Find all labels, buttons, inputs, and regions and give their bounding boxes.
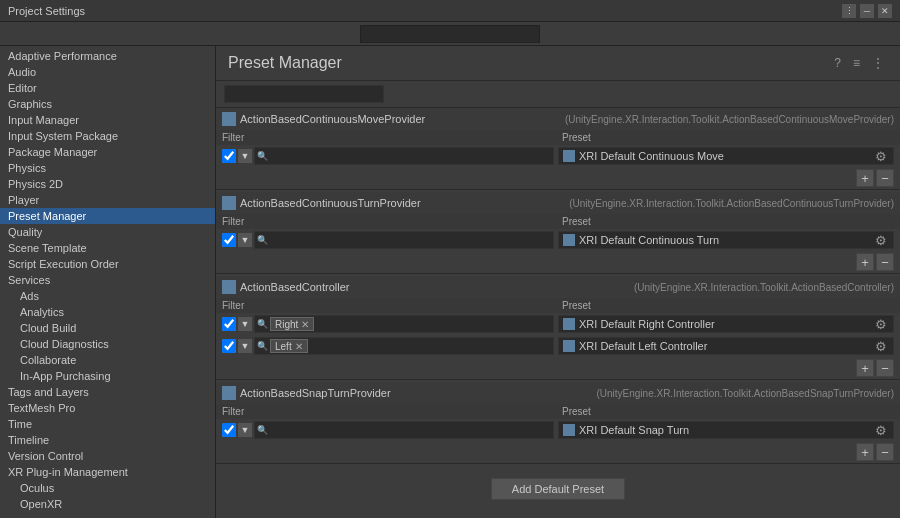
add-row-btn-p3[interactable]: +: [856, 359, 874, 377]
preset-label-header-p2: Preset: [562, 216, 894, 227]
help-icon-btn[interactable]: ?: [830, 54, 845, 72]
preset-gear-btn-p4-0[interactable]: ⚙: [873, 423, 889, 438]
filter-input-p3-1[interactable]: [310, 340, 551, 352]
preset-value-p1-0: XRI Default Continuous Move: [579, 150, 869, 162]
add-row-btn-p4[interactable]: +: [856, 443, 874, 461]
add-default-preset-button[interactable]: Add Default Preset: [491, 478, 625, 500]
sidebar-item-adaptive-performance[interactable]: Adaptive Performance: [0, 48, 215, 64]
filter-input-p2-0[interactable]: [270, 234, 551, 246]
sidebar-item-physics-2d[interactable]: Physics 2D: [0, 176, 215, 192]
sidebar-item-player[interactable]: Player: [0, 192, 215, 208]
provider-fqn-p1: (UnityEngine.XR.Interaction.Toolkit.Acti…: [565, 114, 894, 125]
row-checkbox-p3-1[interactable]: [222, 339, 236, 353]
row-toggle-p3-0[interactable]: ▼: [238, 317, 252, 331]
sidebar-item-textmesh-pro[interactable]: TextMesh Pro: [0, 400, 215, 416]
provider-row-p4-0: ▼🔍XRI Default Snap Turn⚙: [216, 419, 900, 441]
sidebar-item-scene-template[interactable]: Scene Template: [0, 240, 215, 256]
sidebar-item-editor[interactable]: Editor: [0, 80, 215, 96]
row-checkbox-p4-0[interactable]: [222, 423, 236, 437]
sidebar-item-input-system-package[interactable]: Input System Package: [0, 128, 215, 144]
sidebar-item-physics[interactable]: Physics: [0, 160, 215, 176]
filter-wrap-p3-1: 🔍Left✕: [254, 337, 554, 355]
filter-tag-remove-p3-0-0[interactable]: ✕: [301, 319, 309, 330]
preset-value-p4-0: XRI Default Snap Turn: [579, 424, 869, 436]
preset-gear-btn-p3-1[interactable]: ⚙: [873, 339, 889, 354]
sidebar-item-version-control[interactable]: Version Control: [0, 448, 215, 464]
preset-gear-btn-p3-0[interactable]: ⚙: [873, 317, 889, 332]
sidebar-item-package-manager[interactable]: Package Manager: [0, 144, 215, 160]
top-search-input[interactable]: [360, 25, 540, 43]
provider-header-p2: ActionBasedContinuousTurnProvider(UnityE…: [216, 192, 900, 214]
filter-label-p2: Filter: [222, 216, 562, 227]
preset-gear-btn-p2-0[interactable]: ⚙: [873, 233, 889, 248]
row-toggle-p1-0[interactable]: ▼: [238, 149, 252, 163]
row-checkbox-p2-0[interactable]: [222, 233, 236, 247]
filter-tag-p3-1-0: Left✕: [270, 339, 308, 353]
sidebar-item-cloud-diagnostics[interactable]: Cloud Diagnostics: [0, 336, 215, 352]
provider-name-p2: ActionBasedContinuousTurnProvider: [240, 197, 421, 209]
sidebar-item-graphics[interactable]: Graphics: [0, 96, 215, 112]
row-checkbox-p1-0[interactable]: [222, 149, 236, 163]
filter-label-p4: Filter: [222, 406, 562, 417]
remove-row-btn-p1[interactable]: −: [876, 169, 894, 187]
sidebar-item-services[interactable]: Services: [0, 272, 215, 288]
filter-input-p1-0[interactable]: [270, 150, 551, 162]
filter-input-p3-0[interactable]: [316, 318, 551, 330]
sidebar-item-cloud-build[interactable]: Cloud Build: [0, 320, 215, 336]
preset-label-header-p4: Preset: [562, 406, 894, 417]
provider-icon-p3: [222, 280, 236, 294]
menu-btn[interactable]: ⋮: [842, 4, 856, 18]
content-search-input[interactable]: [224, 85, 384, 103]
provider-fqn-p3: (UnityEngine.XR.Interaction.Toolkit.Acti…: [634, 282, 894, 293]
add-row-btn-p1[interactable]: +: [856, 169, 874, 187]
remove-row-btn-p3[interactable]: −: [876, 359, 894, 377]
settings-icon-btn[interactable]: ≡: [849, 54, 864, 72]
labels-row-p3: FilterPreset: [216, 298, 900, 313]
labels-row-p4: FilterPreset: [216, 404, 900, 419]
add-default-row: Add Default Preset: [216, 466, 900, 512]
sidebar-item-collaborate[interactable]: Collaborate: [0, 352, 215, 368]
actions-row-p2: +−: [216, 251, 900, 273]
provider-name-p1: ActionBasedContinuousMoveProvider: [240, 113, 425, 125]
preset-gear-btn-p1-0[interactable]: ⚙: [873, 149, 889, 164]
sidebar-item-preset-manager[interactable]: Preset Manager: [0, 208, 215, 224]
filter-tag-remove-p3-1-0[interactable]: ✕: [295, 341, 303, 352]
filter-label-p1: Filter: [222, 132, 562, 143]
search-icon-p1-0: 🔍: [257, 151, 268, 161]
preset-value-p3-0: XRI Default Right Controller: [579, 318, 869, 330]
search-icon-p2-0: 🔍: [257, 235, 268, 245]
sidebar-item-time[interactable]: Time: [0, 416, 215, 432]
sidebar-item-analytics[interactable]: Analytics: [0, 304, 215, 320]
provider-header-p4: ActionBasedSnapTurnProvider(UnityEngine.…: [216, 382, 900, 404]
remove-row-btn-p2[interactable]: −: [876, 253, 894, 271]
providers-container: ActionBasedContinuousMoveProvider(UnityE…: [216, 108, 900, 464]
sidebar-item-timeline[interactable]: Timeline: [0, 432, 215, 448]
sidebar-item-ads[interactable]: Ads: [0, 288, 215, 304]
row-toggle-p4-0[interactable]: ▼: [238, 423, 252, 437]
sidebar-item-openxr[interactable]: OpenXR: [0, 496, 215, 512]
add-row-btn-p2[interactable]: +: [856, 253, 874, 271]
minimize-btn[interactable]: ─: [860, 4, 874, 18]
remove-row-btn-p4[interactable]: −: [876, 443, 894, 461]
row-checkbox-p3-0[interactable]: [222, 317, 236, 331]
close-btn[interactable]: ✕: [878, 4, 892, 18]
content-area: Preset Manager ? ≡ ⋮ ActionBasedContinuo…: [216, 46, 900, 518]
preset-value-p2-0: XRI Default Continuous Turn: [579, 234, 869, 246]
sidebar-item-audio[interactable]: Audio: [0, 64, 215, 80]
sidebar-item-in-app-purchasing[interactable]: In-App Purchasing: [0, 368, 215, 384]
sidebar-item-tags-and-layers[interactable]: Tags and Layers: [0, 384, 215, 400]
more-icon-btn[interactable]: ⋮: [868, 54, 888, 72]
content-header: Preset Manager ? ≡ ⋮: [216, 46, 900, 81]
preset-icon-p3-0: [563, 318, 575, 330]
row-toggle-p2-0[interactable]: ▼: [238, 233, 252, 247]
preset-wrap-p1-0: XRI Default Continuous Move⚙: [558, 147, 894, 165]
row-toggle-p3-1[interactable]: ▼: [238, 339, 252, 353]
sidebar-item-quality[interactable]: Quality: [0, 224, 215, 240]
sidebar-item-oculus[interactable]: Oculus: [0, 480, 215, 496]
sidebar-item-input-manager[interactable]: Input Manager: [0, 112, 215, 128]
filter-label-p3: Filter: [222, 300, 562, 311]
content-search-row: [216, 81, 900, 108]
filter-input-p4-0[interactable]: [270, 424, 551, 436]
sidebar-item-script-execution-order[interactable]: Script Execution Order: [0, 256, 215, 272]
sidebar-item-xr-plug-in-management[interactable]: XR Plug-in Management: [0, 464, 215, 480]
